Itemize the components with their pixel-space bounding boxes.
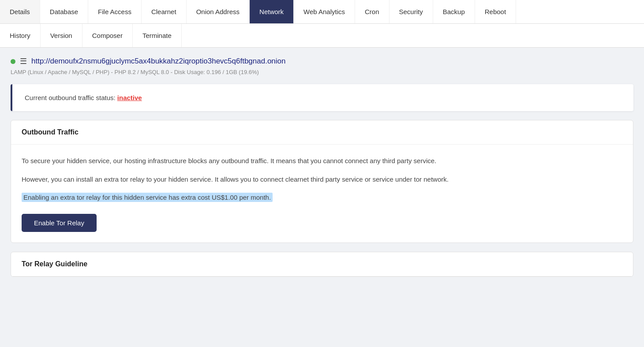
tab-database[interactable]: Database: [40, 0, 88, 23]
outbound-para3: Enabling an extra tor relay for this hid…: [22, 192, 622, 203]
tab-terminate[interactable]: Terminate: [133, 24, 182, 47]
outbound-traffic-body: To secure your hidden service, our hosti…: [11, 145, 633, 243]
tab-network[interactable]: Network: [250, 0, 294, 23]
main-content: ☰ http://demoufx2nsmu6gjuclymc5ax4bukkah…: [0, 48, 644, 295]
status-label: Current outbound traffic status:: [25, 94, 116, 101]
tab-clearnet[interactable]: Clearnet: [142, 0, 187, 23]
outbound-para1: To secure your hidden service, our hosti…: [22, 155, 622, 167]
enable-tor-relay-button[interactable]: Enable Tor Relay: [22, 214, 97, 232]
status-dot: [11, 59, 15, 64]
nav-tabs-row2: History Version Composer Terminate: [0, 24, 644, 48]
tab-cron[interactable]: Cron: [355, 0, 389, 23]
outbound-para3-text: Enabling an extra tor relay for this hid…: [22, 193, 273, 202]
status-value[interactable]: inactive: [117, 94, 142, 101]
site-icon: ☰: [20, 56, 27, 66]
tab-onion-address[interactable]: Onion Address: [187, 0, 250, 23]
outbound-traffic-title: Outbound Traffic: [22, 128, 79, 136]
outbound-traffic-card: Outbound Traffic To secure your hidden s…: [11, 120, 633, 243]
tab-version[interactable]: Version: [41, 24, 82, 47]
guideline-title: Tor Relay Guideline: [22, 260, 87, 268]
tab-composer[interactable]: Composer: [82, 24, 133, 47]
outbound-traffic-header: Outbound Traffic: [11, 120, 633, 145]
guideline-header: Tor Relay Guideline: [11, 252, 633, 276]
nav-tabs-row1: Details Database File Access Clearnet On…: [0, 0, 644, 24]
site-meta: LAMP (Linux / Apache / MySQL / PHP) - PH…: [11, 69, 633, 75]
guideline-card: Tor Relay Guideline: [11, 252, 633, 277]
tab-history[interactable]: History: [0, 24, 41, 47]
tab-web-analytics[interactable]: Web Analytics: [294, 0, 355, 23]
site-header: ☰ http://demoufx2nsmu6gjuclymc5ax4bukkah…: [11, 56, 633, 66]
status-banner: Current outbound traffic status: inactiv…: [11, 84, 633, 111]
tab-file-access[interactable]: File Access: [88, 0, 142, 23]
tab-backup[interactable]: Backup: [433, 0, 475, 23]
site-url[interactable]: http://demoufx2nsmu6gjuclymc5ax4bukkahz2…: [31, 57, 286, 66]
tab-security[interactable]: Security: [389, 0, 433, 23]
tab-details[interactable]: Details: [0, 0, 40, 23]
outbound-para2: However, you can install an extra tor re…: [22, 174, 622, 185]
tab-reboot[interactable]: Reboot: [475, 0, 516, 23]
